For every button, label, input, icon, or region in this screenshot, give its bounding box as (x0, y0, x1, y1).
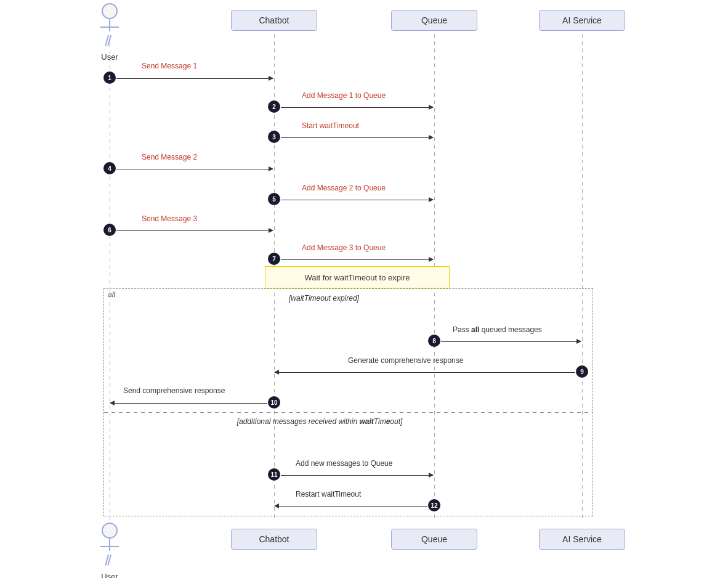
step1: 1 (103, 71, 116, 84)
msg12-arrow (275, 506, 427, 507)
alt-condition1: [waitTimeout expired] (289, 294, 359, 303)
aiservice-actor-top: AI Service (539, 10, 625, 31)
msg11-arrow (281, 475, 433, 476)
msg10-label: Send comprehensive response (123, 386, 225, 395)
msg5-label: Add Message 2 to Queue (302, 184, 386, 192)
msg9-arrow (275, 372, 575, 373)
step3: 3 (268, 131, 280, 143)
msg5-arrow (281, 200, 433, 200)
step12: 12 (428, 499, 440, 511)
alt-divider (104, 412, 593, 413)
chatbot-actor-top: Chatbot (231, 10, 317, 31)
aiservice-actor-bottom: AI Service (539, 529, 625, 550)
alt-label: alt (108, 290, 116, 299)
msg10-arrow (110, 403, 267, 404)
step10: 10 (268, 396, 280, 409)
user-head-bottom (102, 523, 118, 539)
msg9-label: Generate comprehensive response (348, 356, 463, 365)
step8: 8 (428, 335, 440, 347)
chatbot-actor-bottom: Chatbot (231, 529, 317, 550)
alt-box: alt [waitTimeout expired] [additional me… (103, 288, 593, 516)
queue-actor-top: Queue (391, 10, 477, 31)
wait-box: Wait for waitTimeout to expire (265, 266, 450, 288)
msg12-label: Restart waitTimeout (296, 490, 361, 499)
msg6-label: Send Message 3 (142, 214, 197, 223)
alt-condition2: [additional messages received within wai… (209, 417, 431, 426)
user-head-top (102, 3, 118, 19)
msg2-arrow (281, 107, 433, 108)
step5: 5 (268, 193, 280, 205)
step6: 6 (103, 224, 116, 236)
queue-actor-bottom: Queue (391, 529, 477, 550)
msg3-arrow (281, 137, 433, 138)
msg4-arrow (116, 169, 273, 169)
msg1-label: Send Message 1 (142, 62, 197, 70)
step11: 11 (268, 468, 280, 481)
wait-box-label: Wait for waitTimeout to expire (305, 273, 410, 282)
sequence-diagram: User Chatbot Queue AI Service Send Messa… (0, 0, 728, 578)
step4: 4 (103, 162, 116, 174)
msg8-label: Pass all queued messages (453, 325, 542, 334)
msg1-arrow (116, 78, 273, 79)
user-label-bottom: User (101, 572, 118, 578)
user-actor-bottom: User (100, 523, 119, 578)
msg8-arrow (441, 341, 581, 342)
step9: 9 (576, 365, 588, 378)
msg3-label: Start waitTimeout (302, 121, 359, 130)
msg4-label: Send Message 2 (142, 153, 197, 161)
step7: 7 (268, 253, 280, 265)
step2: 2 (268, 100, 280, 113)
msg2-label: Add Message 1 to Queue (302, 91, 386, 100)
msg7-label: Add Message 3 to Queue (302, 243, 386, 252)
msg11-label: Add new messages to Queue (296, 459, 392, 468)
msg7-arrow (281, 259, 433, 260)
msg6-arrow (116, 230, 273, 231)
